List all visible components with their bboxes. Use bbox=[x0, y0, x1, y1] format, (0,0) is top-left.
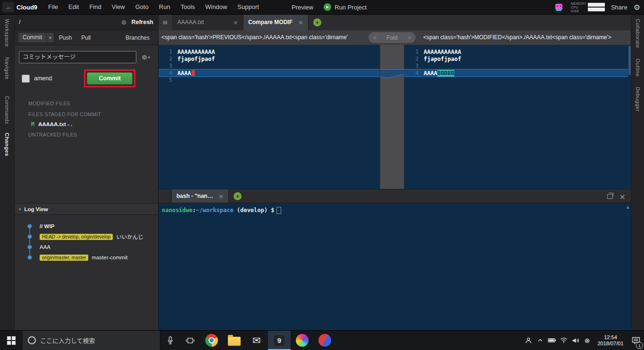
start-button[interactable] bbox=[0, 331, 23, 350]
terminal-tab[interactable]: bash - "nanosidw × bbox=[171, 189, 229, 203]
menu-file[interactable]: File bbox=[43, 0, 63, 14]
commit-button[interactable]: Commit bbox=[87, 72, 133, 85]
changes-panel: / ⊗ Refresh Commit ▾ Push Pull Branches … bbox=[14, 14, 159, 331]
branches-button[interactable]: Branches bbox=[121, 31, 154, 45]
staged-file-row[interactable]: M AAAAA.txt - . bbox=[14, 120, 158, 129]
person-icon bbox=[525, 337, 532, 344]
menu-window[interactable]: Window bbox=[200, 0, 232, 14]
preview-button[interactable]: Preview bbox=[292, 4, 313, 11]
hidden-icons-button[interactable] bbox=[534, 331, 546, 350]
microphone-button[interactable] bbox=[160, 331, 180, 350]
taskbar-app-explorer[interactable] bbox=[223, 331, 245, 350]
tab-list-button[interactable]: ≡ bbox=[158, 14, 173, 30]
volume-button[interactable] bbox=[569, 331, 581, 350]
amend-checkbox[interactable] bbox=[22, 75, 30, 83]
code-line[interactable]: 5 bbox=[158, 77, 380, 84]
log-entry[interactable]: HEAD -> develop, origin/develop いいかんじ bbox=[14, 231, 158, 242]
sidebar-tab-debugger[interactable]: Debugger bbox=[635, 87, 641, 111]
code-line[interactable]: 3 bbox=[158, 62, 380, 69]
commit-message-input[interactable] bbox=[19, 51, 136, 63]
code-line[interactable]: 3 bbox=[404, 62, 628, 69]
new-terminal-button[interactable]: + bbox=[234, 192, 242, 200]
sidebar-tab-outline[interactable]: Outline bbox=[635, 59, 641, 77]
fold-control: < Fold > bbox=[368, 32, 416, 43]
run-project-button[interactable]: ▶ Run Project bbox=[324, 3, 367, 11]
taskbar-app-chrome[interactable] bbox=[200, 331, 223, 350]
commit-message: いいかんじ bbox=[116, 233, 143, 240]
fold-left-button[interactable]: < bbox=[373, 34, 376, 41]
sidebar-tab-changes[interactable]: Changes bbox=[4, 133, 10, 156]
tab-aaaaa-txt[interactable]: AAAAA.txt × bbox=[173, 14, 243, 30]
task-view-button[interactable] bbox=[180, 331, 200, 350]
menu-tools[interactable]: Tools bbox=[176, 0, 200, 14]
menu-run[interactable]: Run bbox=[154, 0, 176, 14]
settings-gear-icon[interactable]: ⚙ bbox=[634, 3, 640, 12]
close-icon[interactable]: × bbox=[233, 19, 238, 26]
taskbar-app-cloud9[interactable]: 9 bbox=[268, 331, 291, 350]
diff-header-bar: <span class='hash'>PREVIOUS</span>./AAAA… bbox=[158, 30, 631, 45]
caret-down-icon[interactable]: ▾ bbox=[46, 33, 54, 43]
chevron-up-icon bbox=[538, 339, 543, 342]
system-tray: ⊗ 12:54 2018/07/01 bbox=[522, 331, 644, 350]
diff-pane-modified[interactable]: 1 AAAAAAAAAAA 2 fjapofjpaof 3 4 AAAA BBB… bbox=[404, 45, 628, 189]
avatar[interactable] bbox=[553, 1, 565, 13]
code-line-highlighted[interactable]: 4 AAAA bbox=[158, 69, 380, 77]
pull-button[interactable]: Pull bbox=[76, 31, 95, 45]
sidebar-tab-collaborate[interactable]: Collaborate bbox=[635, 19, 641, 48]
scroll-up-icon[interactable]: ▲ bbox=[627, 205, 629, 209]
network-button[interactable] bbox=[558, 331, 569, 350]
push-button[interactable]: Push bbox=[54, 31, 76, 45]
gauge-labels: MEMORY CPU DISK bbox=[571, 2, 586, 13]
people-button[interactable] bbox=[522, 331, 534, 350]
photos-icon bbox=[296, 334, 309, 347]
commit-split-button[interactable]: Commit ▾ bbox=[18, 32, 54, 43]
close-icon[interactable]: × bbox=[218, 193, 224, 200]
log-view: ▾ Log View // WIP HEAD -> develop, origi… bbox=[14, 203, 158, 263]
sidebar-tab-commands[interactable]: Commands bbox=[4, 96, 10, 124]
fold-button[interactable]: Fold bbox=[386, 34, 397, 41]
log-view-header[interactable]: ▾ Log View bbox=[14, 203, 158, 215]
menu-edit[interactable]: Edit bbox=[63, 0, 84, 14]
code-line[interactable]: 2 fjapofjpaof bbox=[158, 55, 380, 62]
log-entry[interactable]: // WIP bbox=[14, 221, 158, 231]
menu-goto[interactable]: Goto bbox=[130, 0, 154, 14]
close-icon[interactable]: × bbox=[298, 19, 303, 26]
diff-right-title: <span class='hash'>MODIFIED</span>./AAAA… bbox=[423, 30, 611, 45]
code-line-highlighted[interactable]: 4 AAAA BBBBB bbox=[404, 69, 628, 77]
resource-gauge[interactable]: MEMORY CPU DISK bbox=[571, 2, 605, 13]
repo-path: / bbox=[19, 18, 121, 26]
diff-pane-previous[interactable]: 1 AAAAAAAAAAA 2 fjapofjpaof 3 4 AAAA bbox=[158, 45, 380, 189]
fold-right-button[interactable]: > bbox=[408, 34, 411, 41]
taskbar-app-mail[interactable]: ✉ bbox=[245, 331, 268, 350]
tab-compare-modified[interactable]: Compare MODIF × bbox=[243, 14, 309, 30]
terminal[interactable]: nanosidwe:~/workspace (develop) $ ▲ bbox=[158, 203, 631, 331]
code-line[interactable]: 1 AAAAAAAAAAA bbox=[158, 48, 380, 55]
taskbar-clock[interactable]: 12:54 2018/07/01 bbox=[593, 334, 628, 347]
new-tab-button[interactable]: + bbox=[313, 18, 321, 26]
menu-view[interactable]: View bbox=[107, 0, 130, 14]
share-button[interactable]: Share bbox=[611, 4, 627, 11]
brand-label: Cloud9 bbox=[17, 4, 37, 11]
code-line[interactable]: 1 AAAAAAAAAAA bbox=[404, 48, 628, 55]
log-entry[interactable]: AAA bbox=[14, 242, 158, 252]
maximize-icon[interactable] bbox=[607, 194, 613, 199]
menu-support[interactable]: Support bbox=[232, 0, 264, 14]
collapse-caret-icon: ▾ bbox=[19, 207, 21, 212]
clear-path-icon[interactable]: ⊗ bbox=[121, 18, 127, 26]
sidebar-tab-workspace[interactable]: Workspace bbox=[4, 19, 10, 47]
taskbar-app-media[interactable] bbox=[313, 331, 336, 350]
sidebar-tab-navigate[interactable]: Navigate bbox=[4, 57, 10, 79]
close-panel-icon[interactable]: × bbox=[619, 192, 626, 201]
menu-find[interactable]: Find bbox=[84, 0, 106, 14]
code-line[interactable]: 2 fjapofjpaof bbox=[404, 55, 628, 62]
tray-status-button[interactable]: ⊗ bbox=[581, 331, 593, 350]
microphone-icon bbox=[167, 336, 174, 345]
taskbar-app-photos[interactable] bbox=[291, 331, 313, 350]
log-view-title: Log View bbox=[25, 206, 48, 212]
plus-icon: + bbox=[316, 19, 319, 26]
log-entry[interactable]: origin/master, master master-commit bbox=[14, 252, 158, 263]
commit-options-button[interactable]: ⚙ ▾ bbox=[138, 51, 153, 63]
refresh-button[interactable]: Refresh bbox=[131, 19, 153, 26]
battery-button[interactable] bbox=[546, 331, 558, 350]
taskbar-search[interactable]: ここに入力して検索 bbox=[23, 331, 160, 350]
